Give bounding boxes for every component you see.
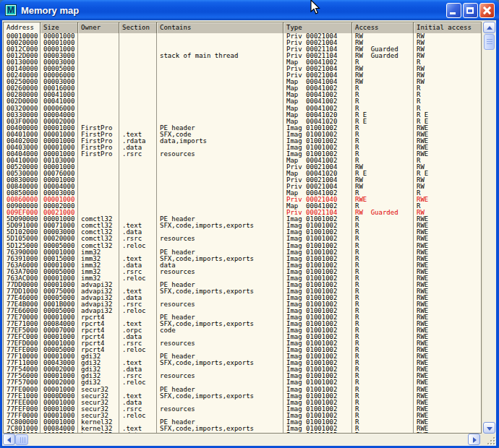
table-row[interactable]: 77EFD000 00001000 rpcrt4 .rsrc resources…: [4, 340, 481, 347]
table-row[interactable]: 00830000 00001000 Priv 00021004 RW RW: [4, 177, 481, 184]
column-header-size[interactable]: Size: [40, 22, 78, 33]
column-header-access[interactable]: Access: [352, 22, 414, 33]
table-row[interactable]: 77F54000 00002000 gdi32 .data Imag 01001…: [4, 366, 481, 373]
table-row[interactable]: 76391000 00015000 imm32 .text SFX,code,i…: [4, 256, 481, 262]
table-row[interactable]: 77FF0000 00001000 secur32 .reloc Imag 01…: [4, 413, 481, 419]
cell-access: R: [352, 216, 414, 223]
table-row[interactable]: 763AC000 00001000 imm32 .reloc Imag 0100…: [4, 275, 481, 282]
table-row[interactable]: 5D091000 00071000 comctl32 .text SFX,cod…: [4, 223, 481, 229]
horizontal-scroll-thumb[interactable]: [15, 434, 28, 445]
table-row[interactable]: 77F57000 00002000 gdi32 .reloc Imag 0100…: [4, 379, 481, 386]
cell-initial-access: R: [414, 203, 481, 210]
table-row[interactable]: 0012C000 00001000 Priv 00021104 RW Guard…: [4, 46, 481, 53]
table-row[interactable]: 77E71000 00084000 rpcrt4 .text SFX,code,…: [4, 321, 481, 327]
column-header-section[interactable]: Section: [119, 22, 157, 33]
table-row[interactable]: 00530000 00076000 Map 00041020 R E R E: [4, 171, 481, 177]
scroll-left-button[interactable]: [3, 434, 15, 445]
column-header-type[interactable]: Type: [283, 22, 352, 33]
table-row[interactable]: 5D090000 00001000 comctl32 PE header Ima…: [4, 216, 481, 223]
table-row[interactable]: 00402000 00001000 FirstPro .rdata data,i…: [4, 138, 481, 145]
table-row[interactable]: 00240000 00006000 Priv 00021004 RW RW: [4, 72, 481, 79]
cell-address: 00900000: [4, 203, 40, 210]
app-icon[interactable]: M: [5, 4, 17, 16]
table-row[interactable]: 763A6000 00001000 imm32 .data data Imag …: [4, 262, 481, 269]
table-row[interactable]: 5D102000 00003000 comctl32 .data Imag 01…: [4, 229, 481, 236]
scroll-right-button[interactable]: [468, 434, 480, 445]
cell-contains: resources: [157, 373, 283, 379]
table-row[interactable]: 77E66000 00005000 advapi32 .reloc Imag 0…: [4, 308, 481, 314]
table-row[interactable]: 00280000 00041000 Map 00041002 R R: [4, 92, 481, 98]
cell-contains: SFX,code,imports,exports: [157, 321, 283, 327]
table-row[interactable]: 77FEE000 00001000 secur32 .data Imag 010…: [4, 400, 481, 406]
table-row[interactable]: 00400000 00001000 FirstPro PE header Ima…: [4, 125, 481, 132]
table-row[interactable]: 00330000 00004000 Map 00041020 R E R E: [4, 112, 481, 119]
table-row[interactable]: 00860000 00001000 Priv 00021040 RWE RWE: [4, 197, 481, 203]
table-row[interactable]: 77FEF000 00001000 secur32 .rsrc resource…: [4, 406, 481, 413]
column-header-contains[interactable]: Contains: [157, 22, 283, 33]
column-header-address[interactable]: Address: [4, 22, 40, 33]
table-row[interactable]: 00140000 00005000 Priv 00021004 RW RW: [4, 66, 481, 72]
table-row[interactable]: 009EF000 00021000 Priv 00021104 RW Guard…: [4, 210, 481, 216]
table-row[interactable]: 77F56000 00001000 gdi32 .rsrc resources …: [4, 373, 481, 379]
maximize-button[interactable]: [463, 3, 478, 18]
cell-contains: [157, 66, 283, 72]
table-row[interactable]: 77EFE000 00005000 rpcrt4 .reloc Imag 010…: [4, 347, 481, 353]
table-row[interactable]: 7C885000 00005000 kernel32 .data Imag 01…: [4, 432, 481, 433]
cell-access: R: [352, 400, 414, 406]
column-header-initial-access[interactable]: Initial access: [414, 22, 481, 33]
table-row[interactable]: 77F11000 00043000 gdi32 .text SFX,code,i…: [4, 360, 481, 366]
table-row[interactable]: 763A7000 00005000 imm32 .rsrc resources …: [4, 269, 481, 275]
minimize-button[interactable]: [446, 3, 461, 18]
table-row[interactable]: 002D0000 00041000 Map 00041002 R R: [4, 98, 481, 105]
table-row[interactable]: 00850000 00003000 Map 00041002 R R: [4, 190, 481, 197]
column-header-owner[interactable]: Owner: [78, 22, 119, 33]
cell-contains: [157, 33, 283, 40]
table-row[interactable]: 7C800000 00001000 kernel32 PE header Ima…: [4, 419, 481, 426]
table-row[interactable]: 7C801000 00084000 kernel32 .text SFX,cod…: [4, 426, 481, 432]
table-row[interactable]: 00900000 00002000 Map 00041002 R R: [4, 203, 481, 210]
cell-owner: advapi32: [78, 308, 119, 314]
table-row[interactable]: 77FE0000 00001000 secur32 PE header Imag…: [4, 387, 481, 393]
table-row[interactable]: 5D105000 00020000 comctl32 .rsrc resourc…: [4, 236, 481, 242]
close-button[interactable]: [479, 3, 495, 18]
table-row[interactable]: 003F0000 00002000 Map 00041020 R E R E: [4, 119, 481, 125]
scroll-down-button[interactable]: [483, 422, 495, 434]
table-row[interactable]: 77E46000 00005000 advapi32 .data Imag 01…: [4, 295, 481, 301]
table-row[interactable]: 00404000 00001000 FirstPro .rsrc resourc…: [4, 151, 481, 158]
horizontal-scrollbar[interactable]: [3, 434, 480, 446]
table-row[interactable]: 00401000 00001000 FirstPro .text SFX,cod…: [4, 132, 481, 138]
vertical-scroll-thumb[interactable]: [484, 34, 495, 50]
table-row[interactable]: 77F10000 00001000 gdi32 PE header Imag 0…: [4, 353, 481, 360]
table-row[interactable]: 00130000 00003000 Map 00041002 R R: [4, 59, 481, 66]
table-row[interactable]: 76390000 00001000 imm32 PE header Imag 0…: [4, 249, 481, 256]
cell-type: Map 00041020: [283, 171, 352, 177]
cell-section: .rsrc: [119, 373, 157, 379]
table-row[interactable]: 5D125000 00005000 comctl32 .reloc Imag 0…: [4, 243, 481, 249]
table-row[interactable]: 77EF5000 00007000 rpcrt4 .orpc code Imag…: [4, 327, 481, 334]
cell-type: Imag 01001002: [283, 321, 352, 327]
table-row[interactable]: 0012D000 00003000 stack of main thread P…: [4, 53, 481, 59]
table-row[interactable]: 00320000 00006000 Map 00041002 R R: [4, 105, 481, 112]
table-row[interactable]: 00010000 00001000 Priv 00021004 RW RW: [4, 33, 481, 40]
table-row[interactable]: 77DD1000 00075000 advapi32 .text SFX,cod…: [4, 288, 481, 295]
scroll-up-button[interactable]: [483, 22, 495, 33]
table-row[interactable]: 00020000 00001000 Priv 00021004 RW RW: [4, 40, 481, 46]
memory-table-rows: 00010000 00001000 Priv 00021004 RW RW 00…: [4, 33, 481, 433]
table-row[interactable]: 77EFC000 00001000 rpcrt4 .data Imag 0100…: [4, 334, 481, 340]
vertical-scrollbar[interactable]: [483, 22, 496, 434]
cell-owner: [78, 46, 119, 53]
table-row[interactable]: 00840000 00004000 Priv 00021004 RW RW: [4, 184, 481, 190]
table-row[interactable]: 00250000 00003000 Map 00041004 RW RW: [4, 79, 481, 85]
table-row[interactable]: 77DD0000 00001000 advapi32 PE header Ima…: [4, 282, 481, 288]
table-row[interactable]: 00260000 00016000 Map 00041002 R R: [4, 85, 481, 92]
resize-grip[interactable]: [485, 434, 495, 445]
table-row[interactable]: 77FE1000 0000D000 secur32 .text SFX,code…: [4, 393, 481, 400]
table-row[interactable]: 77E70000 00001000 rpcrt4 PE header Imag …: [4, 314, 481, 321]
cell-initial-access: RW: [414, 177, 481, 184]
titlebar[interactable]: M Memory map: [0, 0, 499, 20]
table-row[interactable]: 00410000 00103000 Map 00041002 R R: [4, 158, 481, 164]
table-row[interactable]: 00403000 00001000 FirstPro .data Imag 01…: [4, 145, 481, 151]
table-row[interactable]: 77E4B000 0001B000 advapi32 .rsrc resourc…: [4, 301, 481, 308]
table-row[interactable]: 00520000 00001000 Priv 00021004 RW RW: [4, 164, 481, 171]
cell-size: 00005000: [40, 66, 78, 72]
